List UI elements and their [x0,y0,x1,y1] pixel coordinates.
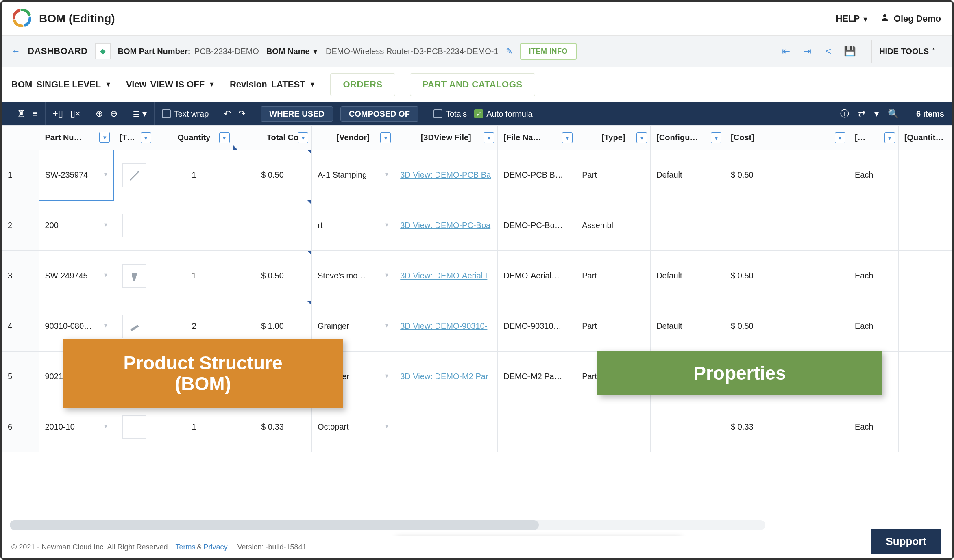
col-part-number[interactable]: Part Nu…▾ [39,126,113,150]
cell-qty2[interactable] [898,251,952,301]
terms-link[interactable]: Terms [175,543,195,551]
cell-vendor[interactable]: rt▾ [312,200,394,251]
3dview-link[interactable]: 3D View: DEMO-Aerial I [400,271,487,280]
back-arrow-icon[interactable]: ← [11,46,20,56]
col-quantity2[interactable]: [Quantit… [898,126,952,150]
cell-filter-icon[interactable]: ▾ [385,422,388,430]
col-file-name[interactable]: [File Na…▾ [498,126,576,150]
cell-cost[interactable]: $ 0.50 [725,150,849,200]
swap-icon[interactable]: ⇄ [858,109,865,119]
cell-3dview[interactable]: 3D View: DEMO-90310- [394,301,498,352]
filter-icon[interactable]: ▾ [874,109,879,119]
row-number[interactable]: 1 [2,150,39,200]
cell-vendor[interactable]: Octopart▾ [312,402,394,452]
col-uom[interactable]: […▾ [849,126,898,150]
filter-icon[interactable]: ▾ [141,132,151,143]
cell-thumbnail[interactable] [113,251,155,301]
add-column-icon[interactable]: +▯ [53,109,63,119]
flat-icon[interactable]: ≡ [33,109,38,119]
cell-qty2[interactable] [898,150,952,200]
cell-filter-icon[interactable]: ▾ [104,321,107,329]
cell-3dview[interactable]: 3D View: DEMO-M2 Par [394,352,498,402]
3dview-link[interactable]: 3D View: DEMO-PC-Boa [400,221,490,230]
cell-uom[interactable]: Each [849,150,898,200]
col-3dview[interactable]: [3DView File]▾ [394,126,498,150]
cell-filter-icon[interactable]: ▾ [385,372,388,380]
hide-tools-toggle[interactable]: HIDE TOOLS ˄ [871,40,943,63]
cell-quantity[interactable]: 1 [155,150,233,200]
3dview-link[interactable]: 3D View: DEMO-90310- [400,321,487,330]
cell-type[interactable]: Part [576,301,651,352]
cell-quantity[interactable]: 1 [155,402,233,452]
cell-uom[interactable] [849,200,898,251]
cell-qty2[interactable] [898,301,952,352]
share-icon[interactable]: < [823,46,834,57]
cell-total-cost[interactable]: $ 0.50 [233,251,311,301]
col-type[interactable]: [Type]▾ [576,126,651,150]
cell-uom[interactable]: Each [849,402,898,452]
col-quantity[interactable]: Quantity▾ [155,126,233,150]
row-number[interactable]: 5 [2,352,39,402]
filter-icon[interactable]: ▾ [562,132,573,143]
cell-vendor[interactable]: Steve's mo…▾ [312,251,394,301]
table-row[interactable]: 2200▾rt▾3D View: DEMO-PC-BoaDEMO-PC-Bo…A… [2,200,952,251]
cell-type[interactable]: Part [576,150,651,200]
filter-icon[interactable]: ▾ [380,132,391,143]
composed-of-button[interactable]: COMPOSED OF [340,106,418,122]
cell-3dview[interactable] [394,402,498,452]
help-menu[interactable]: HELP ▼ [836,13,869,24]
cell-file-name[interactable]: DEMO-Aerial… [498,251,576,301]
orders-button[interactable]: ORDERS [330,73,395,96]
col-total-cost[interactable]: Total Cost▾ [233,126,311,150]
cell-part-number[interactable]: 2010-10▾ [39,402,113,452]
col-cost[interactable]: [Cost]▾ [725,126,849,150]
move-down-icon[interactable]: ⊖ [110,109,118,119]
cell-part-number[interactable]: 200▾ [39,200,113,251]
cell-quantity[interactable]: 1 [155,251,233,301]
row-number[interactable]: 4 [2,301,39,352]
cell-type[interactable] [576,402,651,452]
text-wrap-toggle[interactable]: Text wrap [162,109,209,119]
col-config[interactable]: [Configu…▾ [651,126,725,150]
row-number[interactable]: 6 [2,402,39,452]
dashboard-link[interactable]: DASHBOARD [28,46,88,56]
horizontal-scrollbar[interactable] [10,520,765,530]
filter-icon[interactable]: ▾ [99,132,110,143]
cell-filter-icon[interactable]: ▾ [385,321,388,329]
cell-filter-icon[interactable]: ▾ [385,271,388,279]
col-rownum[interactable] [2,126,39,150]
cell-total-cost[interactable]: $ 0.50 [233,150,311,200]
tree-icon[interactable]: ♜ [17,109,25,119]
cell-thumbnail[interactable] [113,150,155,200]
cell-config[interactable]: Default [651,251,725,301]
bom-level-dropdown[interactable]: BOM SINGLE LEVEL ▼ [11,79,111,90]
cell-filter-icon[interactable]: ▾ [104,221,107,228]
cell-3dview[interactable]: 3D View: DEMO-PC-Boa [394,200,498,251]
cell-file-name[interactable]: DEMO-90310… [498,301,576,352]
3dview-link[interactable]: 3D View: DEMO-M2 Par [400,372,488,381]
export-icon[interactable]: ⇥ [802,46,813,57]
cell-vendor[interactable]: A-1 Stamping▾ [312,150,394,200]
cell-filter-icon[interactable]: ▾ [385,170,388,178]
cell-type[interactable]: Part [576,251,651,301]
filter-icon[interactable]: ▾ [219,132,230,143]
import-icon[interactable]: ⇤ [780,46,792,57]
remove-column-icon[interactable]: ▯× [70,109,81,119]
filter-icon[interactable]: ▾ [298,132,308,143]
filter-icon[interactable]: ▾ [711,132,721,143]
cell-cost[interactable] [725,200,849,251]
cell-type[interactable]: Assembl [576,200,651,251]
cell-file-name[interactable]: DEMO-M2 Pa… [498,352,576,402]
cell-config[interactable]: Default [651,150,725,200]
save-icon[interactable]: 💾 [844,46,855,57]
row-number[interactable]: 2 [2,200,39,251]
totals-toggle[interactable]: Totals [433,109,467,119]
cell-uom[interactable]: Each [849,251,898,301]
cell-config[interactable] [651,402,725,452]
redo-icon[interactable]: ↷ [238,109,246,119]
cell-3dview[interactable]: 3D View: DEMO-PCB Ba [394,150,498,200]
auto-formula-toggle[interactable]: ✓ Auto formula [474,109,532,119]
cell-qty2[interactable] [898,402,952,452]
bom-thumbnail[interactable]: ◆ [95,43,111,59]
scrollbar-thumb[interactable] [10,520,539,530]
